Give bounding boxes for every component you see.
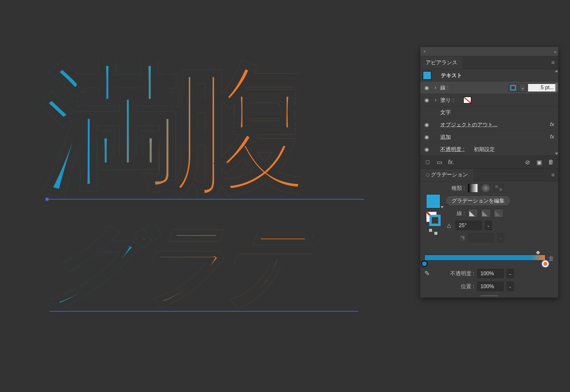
gradient-type-freeform-button[interactable] — [494, 184, 504, 192]
stop-opacity-label: 不透明度 : — [439, 270, 474, 277]
gradient-type-linear-button[interactable] — [468, 184, 478, 192]
fx-indicator-outline: fx — [550, 121, 556, 128]
clear-appearance-button[interactable]: ⊘ — [523, 158, 532, 167]
baseline-handle[interactable] — [45, 198, 48, 201]
gradient-angle-row: △ 25° ⌄ — [446, 221, 554, 230]
stroke-label: 線 : — [440, 84, 448, 91]
stop-position-dropdown[interactable]: ⌄ — [507, 282, 514, 291]
effect-add-label: 追加 — [440, 134, 548, 141]
stroke-weight-field[interactable]: 5 pt... — [528, 84, 556, 92]
scroll-down-icon[interactable] — [555, 153, 558, 155]
panel-stack: × « アピアランス ≡ テキスト ◉ › 線 : ⌄ 5 — [420, 47, 558, 298]
visibility-toggle-opacity[interactable]: ◉ — [423, 145, 431, 153]
gradient-panel-menu-icon[interactable]: ≡ — [548, 172, 558, 178]
delete-item-button[interactable]: 🗑 — [547, 158, 555, 167]
edit-gradient-button-label: グラデーションを編集 — [452, 197, 505, 204]
appearance-opacity-row[interactable]: ◉ 不透明度 : 初期設定 — [420, 143, 558, 156]
visibility-toggle-effect-add[interactable]: ◉ — [423, 133, 431, 141]
appearance-stroke-row[interactable]: ◉ › 線 : ⌄ 5 pt... — [420, 82, 558, 94]
visibility-toggle-fill[interactable]: ◉ — [423, 96, 431, 104]
gradient-type-radial-button[interactable] — [481, 184, 491, 192]
stroke-weight-value: 5 pt... — [541, 85, 554, 91]
stroke-color-swatch-inner — [510, 85, 516, 90]
gradient-right-column: 種類 : グラデーションを編集 線 : △ — [446, 184, 554, 245]
fill-disclosure-icon[interactable]: › — [433, 97, 439, 103]
stroke-gradient-across-button[interactable] — [494, 209, 504, 218]
gradient-tab[interactable]: ◇ グラデーション — [420, 169, 473, 181]
appearance-panel-body: テキスト ◉ › 線 : ⌄ 5 pt... ◉ › 塗り : — [420, 69, 558, 168]
gradient-tab-toggle-icon: ◇ — [426, 171, 430, 178]
opacity-value: 初期設定 — [474, 146, 495, 153]
fill-stroke-toggle[interactable] — [426, 212, 440, 225]
appearance-panel-menu-icon[interactable]: ≡ — [548, 59, 558, 66]
stroke-gradient-along-button[interactable] — [481, 209, 491, 218]
eyedropper-icon[interactable]: ✎ — [424, 270, 436, 277]
scrollbar-thumb[interactable] — [555, 83, 558, 92]
gradient-slider[interactable] — [424, 252, 545, 266]
fill-label: 塗り : — [440, 97, 454, 104]
new-stroke-button[interactable]: □ — [423, 158, 432, 167]
stroke-color-dropdown[interactable]: ⌄ — [520, 84, 526, 92]
canvas-text-line-1[interactable]: 満腹 — [41, 59, 299, 200]
stop-opacity-field[interactable]: 100% — [477, 269, 504, 278]
target-label: テキスト — [441, 72, 556, 79]
stop-opacity-value: 100% — [480, 271, 494, 277]
appearance-effect-add-row[interactable]: ◉ 追加 fx — [420, 131, 558, 143]
new-fill-button[interactable]: ▭ — [435, 158, 444, 167]
gradient-preview-swatch[interactable] — [426, 194, 440, 208]
stroke-gradient-within-button[interactable] — [468, 209, 478, 218]
effect-outline-label: オブジェクトのアウト... — [440, 121, 548, 128]
stroke-disclosure-icon[interactable]: › — [433, 85, 439, 91]
stop-position-value: 100% — [480, 283, 494, 290]
gradient-angle-field[interactable]: 25° — [456, 221, 482, 230]
delete-stop-button[interactable]: 🗑 — [548, 255, 554, 262]
gradient-stroke-label: 線 : — [446, 210, 465, 217]
characters-label: 文字 — [440, 109, 556, 116]
stroke-proxy-icon[interactable] — [430, 215, 440, 225]
gradient-aspect-dropdown: ⌄ — [497, 233, 504, 242]
appearance-fill-row[interactable]: ◉ › 塗り : — [420, 94, 558, 106]
gradient-stop-position-row: 位置 : 100% ⌄ — [420, 280, 558, 293]
reverse-gradient-icon[interactable] — [429, 229, 437, 235]
stop-position-field[interactable]: 100% — [477, 282, 504, 291]
panel-close-icon[interactable]: × — [423, 49, 426, 54]
gradient-top-row: 種類 : グラデーションを編集 線 : △ — [420, 181, 558, 246]
panel-group-header[interactable]: × « — [420, 47, 558, 56]
scroll-up-icon[interactable] — [555, 70, 558, 72]
duplicate-item-button[interactable]: ▣ — [535, 158, 544, 167]
stroke-color-swatch[interactable] — [508, 84, 518, 92]
gradient-bar[interactable] — [424, 255, 545, 261]
gradient-midpoint-handle[interactable] — [536, 251, 540, 255]
fx-indicator-add: fx — [550, 134, 556, 140]
add-effect-button[interactable]: fx. — [447, 158, 456, 167]
gradient-aspect-field — [468, 233, 494, 242]
aspect-icon: ⬔ — [446, 234, 465, 241]
canvas-text-line-2[interactable]: グラデ — [45, 220, 316, 308]
canvas-text-line-1-span: 満腹 — [41, 59, 299, 200]
appearance-characters-row[interactable]: 文字 — [420, 106, 558, 119]
appearance-tab[interactable]: アピアランス — [420, 56, 463, 69]
gradient-left-column — [424, 194, 442, 235]
appearance-tab-label: アピアランス — [426, 59, 457, 66]
fill-color-swatch-none[interactable] — [463, 97, 471, 104]
gradient-angle-dropdown[interactable]: ⌄ — [485, 221, 492, 230]
gradient-preview-caret-icon[interactable] — [441, 206, 443, 208]
appearance-tab-bar: アピアランス ≡ — [420, 56, 558, 69]
opacity-label: 不透明度 : — [440, 146, 464, 153]
gradient-stroke-align-row: 線 : — [446, 209, 554, 218]
gradient-type-label: 種類 : — [446, 185, 465, 192]
gradient-edit-row: グラデーションを編集 — [446, 195, 554, 206]
gradient-stop-end[interactable] — [542, 261, 549, 267]
visibility-toggle-effect-outline[interactable]: ◉ — [423, 121, 431, 129]
gradient-stop-start[interactable] — [421, 261, 428, 267]
stop-opacity-dropdown[interactable]: ⌄ — [507, 269, 514, 278]
appearance-target-row[interactable]: テキスト — [420, 69, 558, 82]
gradient-slider-row: 🗑 — [420, 246, 558, 267]
gradient-tab-bar: ◇ グラデーション ≡ — [420, 168, 558, 181]
appearance-toolbar: □ ▭ fx. ⊘ ▣ 🗑 — [420, 156, 558, 168]
appearance-effect-outline-row[interactable]: ◉ オブジェクトのアウト... fx — [420, 119, 558, 131]
panel-collapse-icon[interactable]: « — [554, 49, 556, 55]
gradient-tab-label: グラデーション — [431, 171, 468, 178]
visibility-toggle-stroke[interactable]: ◉ — [423, 84, 431, 92]
edit-gradient-button[interactable]: グラデーションを編集 — [446, 195, 511, 206]
